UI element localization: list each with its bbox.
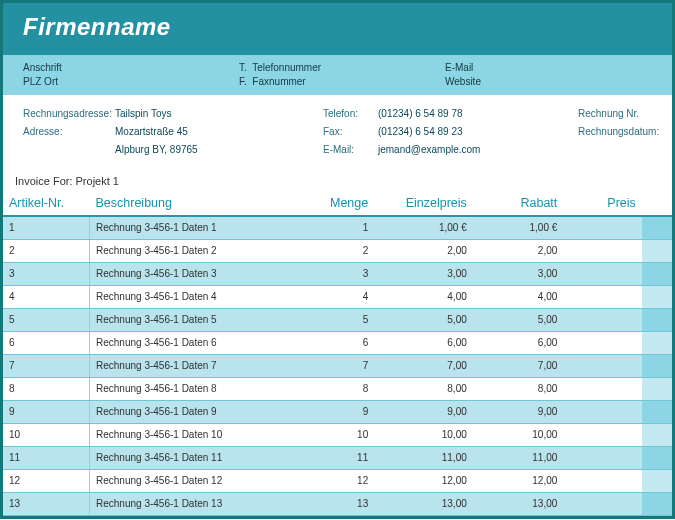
cell-rabatt: 11,00 <box>473 446 564 469</box>
cell-menge: 2 <box>306 239 374 262</box>
company-name: Firmenname <box>23 13 652 41</box>
cell-menge: 6 <box>306 331 374 354</box>
email-label: E-Mail <box>445 61 652 75</box>
cell-preis <box>563 331 641 354</box>
cell-menge: 8 <box>306 377 374 400</box>
billing-addr3-value: Alpburg BY, 89765 <box>115 141 323 159</box>
cell-einzel: 9,00 <box>374 400 473 423</box>
cell-menge: 4 <box>306 285 374 308</box>
contact-address-line2: PLZ Ort <box>23 75 233 89</box>
invoice-num-label: Rechnung Nr. <box>578 105 675 123</box>
line-items-table: Artikel-Nr. Beschreibung Menge Einzelpre… <box>3 191 672 516</box>
cell-preis <box>563 377 641 400</box>
fax-label: Faxnummer <box>252 76 305 87</box>
cell-einzel: 4,00 <box>374 285 473 308</box>
cell-artikel: 10 <box>3 423 90 446</box>
header-band: Firmenname <box>3 3 672 55</box>
cell-preis <box>563 308 641 331</box>
cell-rabatt: 6,00 <box>473 331 564 354</box>
billing-meta: Rechnungsadresse:Tailspin Toys Adresse:M… <box>3 95 672 169</box>
fax-prefix: F. <box>239 76 247 87</box>
billing-addr-label: Rechnungsadresse: <box>23 105 115 123</box>
billing-addr2-value: Mozartstraße 45 <box>115 123 323 141</box>
email-meta-value: jemand@example.com <box>378 141 578 159</box>
cell-rabatt: 2,00 <box>473 239 564 262</box>
table-row: 10Rechnung 3-456-1 Daten 101010,0010,00 <box>3 423 672 446</box>
col-rabatt: Rabatt <box>473 191 564 216</box>
website-label: Website <box>445 75 652 89</box>
cell-preis <box>563 423 641 446</box>
cell-einzel: 11,00 <box>374 446 473 469</box>
cell-einzel: 8,00 <box>374 377 473 400</box>
cell-menge: 1 <box>306 216 374 239</box>
cell-desc: Rechnung 3-456-1 Daten 10 <box>90 423 306 446</box>
table-row: 2Rechnung 3-456-1 Daten 222,002,00 <box>3 239 672 262</box>
cell-einzel: 1,00 € <box>374 216 473 239</box>
cell-artikel: 8 <box>3 377 90 400</box>
cell-menge: 10 <box>306 423 374 446</box>
cell-einzel: 10,00 <box>374 423 473 446</box>
cell-einzel: 12,00 <box>374 469 473 492</box>
fax-value: (01234) 6 54 89 23 <box>378 123 578 141</box>
invoice-document: Firmenname Anschrift PLZ Ort T. Telefonn… <box>0 0 675 519</box>
cell-desc: Rechnung 3-456-1 Daten 13 <box>90 492 306 515</box>
cell-einzel: 2,00 <box>374 239 473 262</box>
table-row: 4Rechnung 3-456-1 Daten 444,004,00 <box>3 285 672 308</box>
col-pad <box>642 191 672 216</box>
cell-pad <box>642 423 672 446</box>
table-row: 9Rechnung 3-456-1 Daten 999,009,00 <box>3 400 672 423</box>
cell-artikel: 9 <box>3 400 90 423</box>
col-artikel: Artikel-Nr. <box>3 191 90 216</box>
cell-artikel: 3 <box>3 262 90 285</box>
invoice-for: Invoice For: Projekt 1 <box>3 169 672 187</box>
cell-preis <box>563 285 641 308</box>
cell-rabatt: 7,00 <box>473 354 564 377</box>
cell-desc: Rechnung 3-456-1 Daten 7 <box>90 354 306 377</box>
table-row: 11Rechnung 3-456-1 Daten 111111,0011,00 <box>3 446 672 469</box>
cell-einzel: 5,00 <box>374 308 473 331</box>
cell-desc: Rechnung 3-456-1 Daten 4 <box>90 285 306 308</box>
cell-einzel: 6,00 <box>374 331 473 354</box>
cell-desc: Rechnung 3-456-1 Daten 5 <box>90 308 306 331</box>
col-menge: Menge <box>306 191 374 216</box>
cell-preis <box>563 354 641 377</box>
cell-menge: 12 <box>306 469 374 492</box>
cell-pad <box>642 216 672 239</box>
cell-artikel: 1 <box>3 216 90 239</box>
cell-einzel: 13,00 <box>374 492 473 515</box>
cell-rabatt: 10,00 <box>473 423 564 446</box>
cell-rabatt: 1,00 € <box>473 216 564 239</box>
cell-artikel: 13 <box>3 492 90 515</box>
phone-prefix: T. <box>239 62 247 73</box>
fax-label: Fax: <box>323 123 378 141</box>
cell-rabatt: 8,00 <box>473 377 564 400</box>
table-row: 1Rechnung 3-456-1 Daten 111,00 €1,00 € <box>3 216 672 239</box>
cell-desc: Rechnung 3-456-1 Daten 11 <box>90 446 306 469</box>
cell-preis <box>563 469 641 492</box>
table-row: 12Rechnung 3-456-1 Daten 121212,0012,00 <box>3 469 672 492</box>
col-einzelpreis: Einzelpreis <box>374 191 473 216</box>
cell-desc: Rechnung 3-456-1 Daten 3 <box>90 262 306 285</box>
cell-pad <box>642 331 672 354</box>
cell-artikel: 2 <box>3 239 90 262</box>
tel-label: Telefon: <box>323 105 378 123</box>
cell-desc: Rechnung 3-456-1 Daten 12 <box>90 469 306 492</box>
cell-menge: 5 <box>306 308 374 331</box>
cell-desc: Rechnung 3-456-1 Daten 6 <box>90 331 306 354</box>
cell-pad <box>642 469 672 492</box>
cell-pad <box>642 354 672 377</box>
cell-desc: Rechnung 3-456-1 Daten 1 <box>90 216 306 239</box>
cell-einzel: 3,00 <box>374 262 473 285</box>
cell-rabatt: 12,00 <box>473 469 564 492</box>
cell-pad <box>642 377 672 400</box>
cell-menge: 3 <box>306 262 374 285</box>
cell-pad <box>642 492 672 515</box>
col-beschreibung: Beschreibung <box>90 191 306 216</box>
col-preis: Preis <box>563 191 641 216</box>
cell-pad <box>642 285 672 308</box>
cell-preis <box>563 492 641 515</box>
cell-pad <box>642 446 672 469</box>
contact-address-line1: Anschrift <box>23 61 233 75</box>
cell-preis <box>563 446 641 469</box>
cell-artikel: 11 <box>3 446 90 469</box>
